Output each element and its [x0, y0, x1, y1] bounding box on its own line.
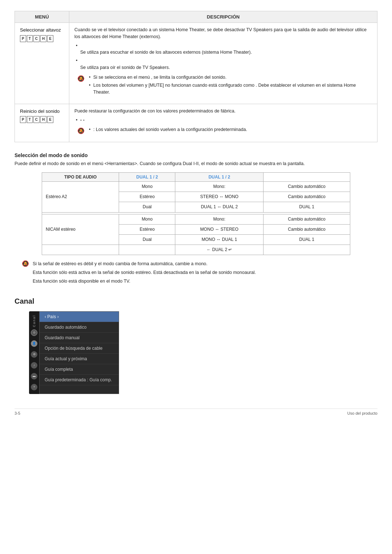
badge: T — [27, 35, 33, 42]
bullet-item: Se utiliza para escuchar el sonido de lo… — [74, 42, 372, 56]
audio-label-estereo: Estéreo A2 — [42, 182, 119, 213]
desc-intro: Cuando se ve el televisor conectado a un… — [74, 26, 372, 40]
audio-col-tipo: TIPO DE AUDIO — [42, 173, 119, 182]
footer-label: Uso del producto — [347, 411, 377, 415]
desc-cell: Puede restaurar la configuración de con … — [69, 104, 377, 142]
main-description-table: MENÚ DESCRIPCIÓN Seleccionar altavozPTCH… — [15, 11, 377, 142]
canal-sidebar-icon-1[interactable]: 👤 — [31, 340, 37, 347]
seleccion-note-0: Si la señal de estéreo es débil y el mod… — [33, 260, 256, 267]
canal-heading: Canal — [15, 297, 377, 305]
desc-intro: Puede restaurar la configuración de con … — [74, 108, 372, 115]
audio-result-nicam-mono: Cambio automático — [264, 214, 350, 224]
seleccion-note-2: Esta función sólo está disponible en el … — [33, 278, 256, 285]
page-footer: 3-5 Uso del producto — [15, 409, 377, 415]
badge: E — [47, 35, 53, 42]
canal-sidebar-icon-5[interactable]: ? — [31, 384, 37, 390]
note-icon: 🔕 — [77, 127, 85, 135]
audio-row-estereo: Estéreo A2 Mono Mono: Cambio automático — [42, 182, 350, 192]
audio-dual-nicam-estereo: MONO ↔ STEREO — [175, 224, 264, 234]
canal-sidebar-icon-4[interactable]: ▬ — [31, 373, 37, 379]
audio-type-table: TIPO DE AUDIO DUAL 1 / 2 DUAL 1 / 2 Esté… — [42, 172, 350, 255]
seleccion-intro: Puede definir el modo de sonido en el me… — [15, 160, 377, 167]
canal-menu-item-5[interactable]: Guía completa — [40, 364, 119, 375]
audio-tipo-empty2 — [119, 245, 175, 255]
note-block: 🔕 Si se selecciona en el menú , se limit… — [74, 74, 372, 97]
badge: H — [40, 116, 46, 123]
note-sub-list: : Los valores actuales del sonido vuelve… — [87, 126, 247, 135]
menu-cell: Seleccionar altavozPTCHE — [15, 23, 69, 104]
badge: P — [20, 116, 26, 123]
canal-image: Canal ⊙👤⚙♪▬? ‹ País ›Guardado automático… — [29, 311, 377, 394]
bullet-item: Se utiliza para oír el sonido de TV Spea… — [74, 57, 372, 71]
menu-cell: Reinicio del sonidoPTCHE — [15, 104, 69, 142]
audio-dual-nicam-dual: MONO ↔ DUAL 1 — [175, 234, 264, 245]
canal-sidebar-icon-0[interactable]: ⊙ — [31, 329, 37, 336]
audio-tipo-mono: Mono — [119, 182, 175, 192]
bullet-list: - - — [74, 117, 372, 124]
seleccion-heading: Selección del modo de sonido — [15, 152, 377, 158]
audio-result-mono: Cambio automático — [264, 182, 350, 192]
canal-menu-item-1[interactable]: Guardado automático — [40, 322, 119, 333]
page-number: 3-5 — [15, 411, 20, 415]
bullet-list: Se utiliza para escuchar el sonido de lo… — [74, 42, 372, 71]
canal-menu-item-0[interactable]: ‹ País › — [40, 312, 119, 322]
menu-title: Seleccionar altavoz — [20, 26, 64, 34]
audio-result-dual: DUAL 1 — [264, 202, 350, 212]
menu-title: Reinicio del sonido — [20, 108, 64, 115]
badge: E — [47, 116, 53, 123]
canal-sidebar-icon-3[interactable]: ♪ — [31, 362, 37, 369]
badge: P — [20, 35, 26, 42]
seleccion-section: Selección del modo de sonido Puede defin… — [15, 152, 377, 286]
audio-col-dual1: DUAL 1 / 2 — [119, 173, 175, 182]
seleccion-notes: Si la señal de estéreo es débil y el mod… — [33, 260, 256, 286]
col-header-desc: DESCRIPCIÓN — [69, 11, 377, 23]
audio-result-estereo: Cambio automático — [264, 192, 350, 202]
canal-section: Canal Canal ⊙👤⚙♪▬? ‹ País ›Guardado auto… — [15, 297, 377, 394]
audio-row-dual2-symbol: ← DUAL 2 ↵ — [42, 245, 350, 255]
seleccion-note-1: Esta función sólo está activa en la seña… — [33, 269, 256, 276]
canal-menu-item-6[interactable]: Guía predeterminada : Guía comp. — [40, 375, 119, 385]
canal-menu-item-4[interactable]: Guía actual y próxima — [40, 354, 119, 364]
note-icon: 🔕 — [77, 74, 85, 83]
audio-result-nicam-dual: DUAL 1 — [264, 234, 350, 245]
badge: H — [40, 35, 46, 42]
desc-cell: Cuando se ve el televisor conectado a un… — [69, 23, 377, 104]
audio-tipo-empty — [42, 245, 119, 255]
note-item: : Los valores actuales del sonido vuelve… — [87, 126, 247, 133]
audio-dual-symbol: ← DUAL 2 ↵ — [175, 245, 264, 255]
audio-dual-nicam-mono: Mono: — [175, 214, 264, 224]
audio-tipo-nicam-dual: Dual — [119, 234, 175, 245]
audio-tipo-nicam-mono: Mono — [119, 214, 175, 224]
note-block: 🔕 : Los valores actuales del sonido vuel… — [74, 126, 372, 135]
col-header-menu: MENÚ — [15, 11, 69, 23]
canal-sidebar-icon-2[interactable]: ⚙ — [31, 351, 37, 358]
audio-tipo-dual: Dual — [119, 202, 175, 212]
badge: T — [27, 116, 33, 123]
badge: C — [33, 35, 40, 42]
canal-sidebar-label: Canal — [32, 315, 36, 327]
audio-dual-dual: DUAL 1 ↔ DUAL 2 — [175, 202, 264, 212]
canal-menu: ‹ País ›Guardado automáticoGuardado manu… — [39, 311, 119, 394]
seleccion-note-block: 🔕 Si la señal de estéreo es débil y el m… — [22, 260, 377, 286]
canal-menu-item-3[interactable]: Opción de búsqueda de cable — [40, 343, 119, 354]
audio-dual-estereo: STEREO ↔ MONO — [175, 192, 264, 202]
audio-result-nicam-estereo: Cambio automático — [264, 224, 350, 234]
bullet-item: - - — [74, 117, 372, 124]
note-item: Los botones del volumen y [MUTE] no func… — [87, 82, 372, 96]
note-sub-list: Si se selecciona en el menú , se limita … — [87, 74, 372, 97]
audio-dual-mono: Mono: — [175, 182, 264, 192]
canal-sidebar: Canal ⊙👤⚙♪▬? — [29, 311, 39, 394]
canal-sidebar-icons: ⊙👤⚙♪▬? — [31, 329, 37, 390]
audio-col-dual2: DUAL 1 / 2 — [175, 173, 264, 182]
note-item: Si se selecciona en el menú , se limita … — [87, 74, 372, 81]
audio-row-nicam1: NICAM estéreo Mono Mono: Cambio automáti… — [42, 214, 350, 224]
note-icon: 🔕 — [22, 260, 29, 267]
canal-menu-item-2[interactable]: Guardado manual — [40, 333, 119, 343]
audio-label-nicam: NICAM estéreo — [42, 214, 119, 245]
audio-result-empty — [264, 245, 350, 255]
audio-tipo-nicam-estereo: Estéreo — [119, 224, 175, 234]
audio-tipo-estereo: Estéreo — [119, 192, 175, 202]
badge: C — [33, 116, 40, 123]
